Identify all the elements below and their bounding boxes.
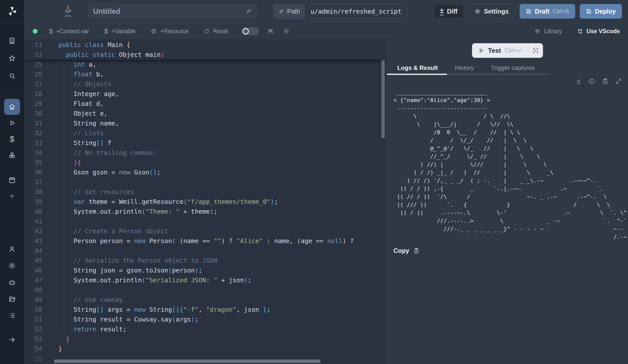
code-line[interactable] bbox=[42, 285, 58, 295]
code-line[interactable]: var theme = Wmill.getResource("f/app_the… bbox=[42, 197, 278, 207]
code-line[interactable]: Object e, bbox=[42, 109, 108, 118]
code-line[interactable] bbox=[42, 177, 58, 187]
clipboard-copy-icon[interactable] bbox=[413, 248, 420, 254]
dollar-icon: $ bbox=[10, 135, 14, 143]
vscode-icon bbox=[577, 28, 583, 34]
scan-record-icon bbox=[532, 47, 539, 54]
vertical-scrollbar[interactable] bbox=[381, 60, 385, 138]
path-label-segment[interactable]: Path bbox=[273, 4, 305, 19]
code-line[interactable]: // Get resources bbox=[42, 187, 134, 197]
code-lines[interactable]: 25 int a,26 float b,27 // Objects28 Inte… bbox=[24, 60, 387, 363]
edit-title-pencil-icon[interactable] bbox=[246, 8, 252, 14]
code-line[interactable]: String name, bbox=[42, 118, 119, 128]
code-line[interactable]: public class Main { bbox=[42, 40, 130, 50]
horizontal-scrollbar[interactable] bbox=[54, 359, 320, 363]
reset-button[interactable]: Reset bbox=[202, 28, 230, 35]
sidebar-item-schedules[interactable] bbox=[4, 172, 20, 188]
use-vscode-button[interactable]: Use VScode bbox=[575, 28, 621, 35]
code-line[interactable]: // Use cowsay bbox=[42, 295, 123, 305]
assistant-toggle[interactable] bbox=[242, 27, 259, 35]
sidebar-item-workers[interactable] bbox=[4, 274, 20, 290]
draft-button[interactable]: Draft Ctrl+S bbox=[520, 4, 575, 19]
line-number: 46 bbox=[24, 265, 42, 275]
code-line[interactable]: Integer age, bbox=[42, 89, 119, 99]
code-line[interactable]: int a, bbox=[42, 60, 96, 69]
sidebar-item-logs[interactable] bbox=[4, 307, 20, 324]
copy-label[interactable]: Copy bbox=[394, 247, 409, 254]
tab-logs-result[interactable]: Logs & Result bbox=[396, 64, 439, 72]
line-number: 40 bbox=[24, 207, 42, 216]
add-variable-button[interactable]: $ +Variable bbox=[103, 28, 137, 35]
result-output: ___________________________ < {"name":"A… bbox=[387, 88, 628, 241]
code-line[interactable]: String result = Cowsay.say(args); bbox=[42, 314, 199, 324]
code-line[interactable]: Float d, bbox=[42, 99, 104, 109]
library-button[interactable]: Library bbox=[533, 28, 563, 35]
sidebar-item-account[interactable] bbox=[4, 241, 20, 257]
capture-test-button[interactable] bbox=[528, 43, 543, 58]
code-line[interactable]: // Create a Person object bbox=[42, 226, 168, 236]
code-line[interactable]: Person person = new Person( (name == "")… bbox=[42, 236, 354, 246]
code-line[interactable]: // Serialize the Person object to JSON bbox=[42, 256, 217, 265]
add-resource-button[interactable]: +Resource bbox=[149, 28, 190, 35]
code-line[interactable]: } bbox=[42, 344, 62, 354]
test-label: Test bbox=[488, 47, 501, 55]
code-line[interactable]: } bbox=[42, 334, 70, 344]
tab-trigger-captures[interactable]: Trigger captures bbox=[489, 64, 536, 72]
path-value[interactable]: u/admin/refreshed_script bbox=[305, 4, 407, 19]
code-line[interactable]: // Objects bbox=[42, 79, 111, 89]
sidebar-item-variables[interactable]: $ bbox=[4, 131, 20, 147]
code-line[interactable]: System.out.println("Serialized JSON: " +… bbox=[42, 275, 252, 285]
plus-icon: + bbox=[10, 192, 15, 200]
expand-icon[interactable] bbox=[615, 78, 622, 85]
code-line[interactable]: String json = gson.toJson(person); bbox=[42, 265, 202, 275]
code-line[interactable]: float b, bbox=[42, 69, 104, 79]
sidebar-item-workspace[interactable] bbox=[4, 33, 20, 49]
collaborators-button[interactable] bbox=[265, 28, 275, 35]
diff-button[interactable]: ± Diff bbox=[434, 4, 464, 19]
add-context-var-button[interactable]: $ +Context var bbox=[48, 28, 91, 35]
code-line[interactable] bbox=[42, 246, 58, 256]
sidebar-item-add[interactable]: + bbox=[4, 188, 20, 204]
code-editor[interactable]: 25 int a,26 float b,27 // Objects28 Inte… bbox=[24, 40, 387, 364]
deploy-button[interactable]: Deploy bbox=[580, 4, 622, 19]
code-line[interactable]: System.out.println("Theme: " + theme); bbox=[42, 207, 217, 216]
sidebar-item-home[interactable] bbox=[4, 99, 20, 115]
info-icon[interactable] bbox=[588, 78, 595, 85]
line-number: 38 bbox=[24, 187, 42, 197]
test-button[interactable]: Test Ctrl+↵ bbox=[472, 43, 528, 58]
sidebar-item-resources[interactable] bbox=[4, 147, 20, 163]
calendar-icon bbox=[8, 176, 16, 184]
path-button[interactable]: Path u/admin/refreshed_script bbox=[273, 4, 407, 19]
sidebar-item-runs[interactable] bbox=[4, 115, 20, 131]
code-line[interactable]: String[] args = new String[]{"-f", "drag… bbox=[42, 305, 270, 314]
sidebar-item-search[interactable] bbox=[4, 68, 20, 84]
line-number: 51 bbox=[24, 314, 42, 324]
editor-settings-button[interactable] bbox=[282, 28, 291, 35]
list-icon bbox=[8, 312, 16, 319]
test-button-group: Test Ctrl+↵ bbox=[472, 43, 543, 58]
clipboard-copy-icon[interactable] bbox=[602, 78, 609, 85]
code-line[interactable]: return result; bbox=[42, 324, 127, 334]
code-line[interactable]: String[] f bbox=[42, 138, 111, 148]
sticky-scroll-lines[interactable]: 11public class Main {23 public static Ob… bbox=[24, 40, 387, 60]
sidebar-item-favorites[interactable] bbox=[4, 50, 20, 66]
script-title-input[interactable]: Untitled bbox=[88, 4, 257, 19]
line-number: 45 bbox=[24, 256, 42, 265]
code-line[interactable]: // No trailing commas! bbox=[42, 148, 157, 158]
code-line[interactable]: // Lists bbox=[42, 128, 104, 138]
refresh-icon bbox=[204, 28, 210, 34]
download-icon[interactable] bbox=[575, 78, 582, 85]
library-icon bbox=[535, 28, 541, 34]
settings-button[interactable]: Settings bbox=[468, 4, 515, 19]
code-line[interactable]: ){ bbox=[42, 158, 81, 167]
code-line[interactable] bbox=[42, 216, 58, 226]
sidebar-item-folders[interactable] bbox=[4, 291, 20, 307]
tab-history[interactable]: History bbox=[453, 64, 475, 72]
sidebar-item-settings[interactable] bbox=[4, 258, 20, 274]
windmill-logo[interactable] bbox=[0, 0, 24, 23]
sidebar-expand-button[interactable] bbox=[4, 332, 20, 348]
code-line[interactable]: Gson gson = new Gson(); bbox=[42, 167, 161, 177]
code-line[interactable]: public static Object main( bbox=[42, 50, 164, 60]
sidebar: $ + bbox=[0, 0, 24, 364]
gear-icon bbox=[475, 8, 481, 14]
